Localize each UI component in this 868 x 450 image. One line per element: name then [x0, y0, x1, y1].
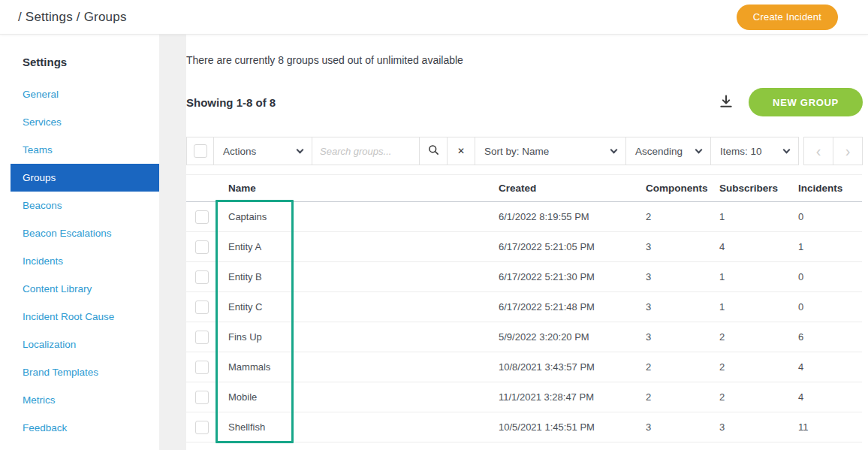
groups-table: NameCreatedComponentsSubscribersIncident… — [186, 174, 863, 442]
row-checkbox[interactable] — [195, 270, 209, 284]
cell-components: 2 — [640, 382, 713, 412]
clear-search-button[interactable]: ✕ — [447, 137, 475, 165]
close-icon: ✕ — [457, 146, 465, 156]
row-checkbox[interactable] — [195, 301, 209, 314]
sidebar-item-incidents[interactable]: Incidents — [11, 247, 159, 275]
cell-name: Entity A — [222, 232, 493, 262]
row-checkbox-cell — [186, 292, 222, 322]
cell-created: 6/17/2022 5:21:48 PM — [493, 292, 640, 322]
sidebar-item-localization[interactable]: Localization — [11, 331, 159, 358]
actions-dropdown[interactable]: Actions — [213, 137, 312, 165]
sidebar-item-teams[interactable]: Teams — [11, 136, 159, 164]
cell-components: 3 — [640, 322, 713, 352]
table-row: Fins Up5/9/2022 3:20:20 PM326 — [186, 322, 862, 352]
cell-incidents: 11 — [792, 412, 862, 442]
cell-subscribers: 3 — [713, 412, 792, 442]
column-header-incidents: Incidents — [792, 175, 862, 202]
sort-order-dropdown[interactable]: Ascending — [625, 137, 711, 165]
cell-subscribers: 2 — [713, 382, 792, 412]
table-row: Mammals10/8/2021 3:43:57 PM224 — [186, 352, 862, 382]
sidebar-item-beacons[interactable]: Beacons — [11, 192, 159, 219]
cell-incidents: 4 — [792, 352, 862, 382]
cell-subscribers: 1 — [713, 292, 792, 322]
column-header-components: Components — [640, 175, 713, 202]
new-group-button[interactable]: NEW GROUP — [749, 88, 863, 116]
sidebar-item-content-library[interactable]: Content Library — [11, 275, 159, 303]
column-header-name: Name — [222, 175, 493, 202]
cell-incidents: 0 — [792, 202, 862, 232]
column-header-subscribers: Subscribers — [713, 175, 792, 202]
sidebar-item-brand-templates[interactable]: Brand Templates — [11, 358, 159, 386]
download-icon — [719, 94, 734, 111]
sidebar-item-incident-root-cause[interactable]: Incident Root Cause — [11, 303, 159, 331]
table-row: Mobile11/1/2021 3:28:47 PM224 — [186, 382, 862, 412]
table-row: Captains6/1/2022 8:19:55 PM210 — [186, 202, 862, 232]
row-checkbox-cell — [186, 382, 222, 412]
search-button[interactable] — [419, 137, 448, 165]
showing-count: Showing 1-8 of 8 — [186, 96, 276, 109]
cell-components: 2 — [640, 352, 713, 382]
cell-created: 10/8/2021 3:43:57 PM — [493, 352, 640, 382]
sort-order-label: Ascending — [635, 146, 683, 157]
row-checkbox-cell — [186, 202, 222, 232]
select-all-checkbox[interactable] — [194, 144, 207, 158]
row-checkbox-cell — [186, 322, 222, 352]
sidebar-title: Settings — [0, 48, 159, 80]
body-row: Settings GeneralServicesTeamsGroupsBeaco… — [0, 35, 868, 450]
row-checkbox[interactable] — [195, 391, 209, 404]
row-checkbox-cell — [186, 412, 222, 442]
sidebar-nav: GeneralServicesTeamsGroupsBeaconsBeacon … — [0, 80, 159, 442]
chevron-down-icon — [783, 146, 791, 153]
items-per-page-dropdown[interactable]: Items: 10 — [710, 137, 799, 165]
chevron-right-icon: › — [845, 143, 851, 160]
sidebar: Settings GeneralServicesTeamsGroupsBeaco… — [0, 35, 159, 450]
sidebar-item-feedback[interactable]: Feedback — [11, 414, 159, 442]
chevron-down-icon — [610, 146, 618, 153]
cell-created: 5/9/2022 3:20:20 PM — [493, 322, 640, 352]
main-content: There are currently 8 groups used out of… — [186, 35, 868, 450]
sidebar-item-general[interactable]: General — [11, 80, 159, 108]
row-checkbox[interactable] — [195, 240, 209, 254]
sidebar-item-beacon-escalations[interactable]: Beacon Escalations — [11, 219, 159, 247]
prev-page-button[interactable]: ‹ — [803, 137, 833, 165]
cell-incidents: 4 — [792, 382, 862, 412]
cell-subscribers: 4 — [713, 232, 792, 262]
actions-dropdown-label: Actions — [223, 146, 256, 157]
cell-name: Mammals — [222, 352, 493, 382]
cell-name: Entity C — [222, 292, 493, 322]
table-row: Shellfish10/5/2021 1:45:51 PM3311 — [186, 412, 862, 442]
search-input[interactable] — [320, 146, 411, 157]
cell-name: Fins Up — [222, 322, 493, 352]
sort-by-dropdown[interactable]: Sort by: Name — [475, 137, 626, 165]
row-checkbox-cell — [186, 262, 222, 292]
download-button[interactable] — [714, 91, 738, 114]
sort-by-label: Sort by: Name — [484, 146, 549, 157]
sidebar-item-services[interactable]: Services — [11, 108, 159, 136]
breadcrumb: / Settings / Groups — [18, 10, 127, 25]
sidebar-item-groups[interactable]: Groups — [11, 164, 159, 192]
chevron-left-icon: ‹ — [816, 143, 821, 160]
sidebar-item-metrics[interactable]: Metrics — [11, 386, 159, 414]
search-icon — [428, 144, 439, 158]
row-checkbox[interactable] — [195, 331, 209, 344]
create-incident-button[interactable]: Create Incident — [737, 5, 838, 30]
column-header-select — [186, 175, 222, 202]
cell-incidents: 0 — [792, 292, 862, 322]
top-header: / Settings / Groups Create Incident — [0, 0, 868, 35]
groups-table-body: Captains6/1/2022 8:19:55 PM210Entity A6/… — [186, 202, 862, 442]
sidebar-main-divider — [159, 35, 186, 450]
cell-components: 3 — [640, 262, 713, 292]
next-page-button[interactable]: › — [833, 137, 863, 165]
cell-incidents: 6 — [792, 322, 862, 352]
row-checkbox[interactable] — [195, 421, 209, 434]
header-actions: NEW GROUP — [714, 88, 863, 116]
row-checkbox-cell — [186, 352, 222, 382]
cell-name: Entity B — [222, 262, 493, 292]
chevron-down-icon — [297, 146, 304, 153]
cell-name: Captains — [222, 202, 493, 232]
chevron-down-icon — [695, 146, 703, 153]
row-checkbox[interactable] — [195, 361, 209, 374]
cell-subscribers: 1 — [713, 262, 792, 292]
row-checkbox[interactable] — [195, 210, 209, 224]
items-per-page-label: Items: 10 — [720, 146, 762, 157]
